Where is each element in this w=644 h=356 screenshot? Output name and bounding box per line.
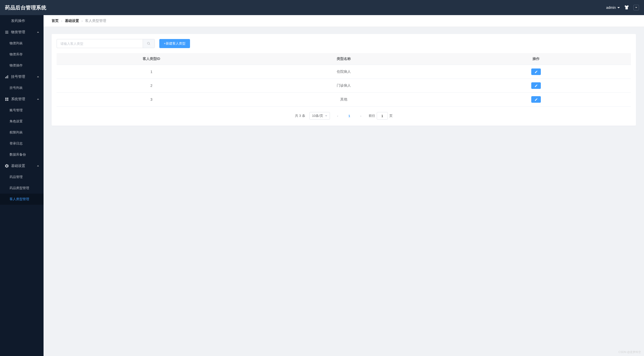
edit-button[interactable] <box>531 82 541 89</box>
sidebar-label: 物资库存 <box>10 52 23 57</box>
prev-page-button[interactable]: ‹ <box>334 112 342 120</box>
create-button[interactable]: +新建客人类型 <box>159 39 190 48</box>
search-icon <box>147 42 150 45</box>
content: +新建客人类型 客人类型ID 类型名称 操作 1住院病人2门诊病人3其他 共 3… <box>44 27 644 356</box>
sidebar-item[interactable]: 权限列表 <box>0 127 44 138</box>
next-page-button[interactable]: › <box>357 112 365 120</box>
sidebar-group[interactable]: 基础设置 <box>0 160 44 171</box>
page-number[interactable]: 1 <box>346 112 353 120</box>
sidebar-label: 药品类型管理 <box>10 186 29 190</box>
bars-icon <box>5 30 9 34</box>
breadcrumb-sep: › <box>61 19 62 23</box>
user-dropdown[interactable]: admin <box>606 6 620 10</box>
sidebar-label: 基础设置 <box>11 164 25 168</box>
sidebar-group[interactable]: 挂号管理 <box>0 71 44 82</box>
col-name: 类型名称 <box>246 53 441 65</box>
sidebar-item[interactable]: 发药操作 <box>0 15 44 26</box>
sidebar-item[interactable]: 物资操作 <box>0 60 44 71</box>
sidebar-group[interactable]: 物资管理 <box>0 26 44 38</box>
svg-rect-1 <box>5 32 8 32</box>
sidebar-item[interactable]: 药品管理 <box>0 171 44 183</box>
goto-input[interactable] <box>377 112 388 120</box>
sidebar-item[interactable]: 登录日志 <box>0 138 44 149</box>
col-ops: 操作 <box>441 53 631 65</box>
sidebar-label: 物资操作 <box>10 63 23 68</box>
svg-point-10 <box>147 42 149 44</box>
goto-page: 前往 页 <box>369 112 393 120</box>
sidebar-item[interactable]: 挂号列表 <box>0 82 44 93</box>
sidebar-item[interactable]: 客人类型管理 <box>0 194 44 205</box>
chevron-down-icon <box>635 7 637 8</box>
caret-down-icon <box>617 7 620 8</box>
toolbar: +新建客人类型 <box>57 39 631 48</box>
sidebar-label: 权限列表 <box>10 130 23 135</box>
grid-icon <box>5 97 9 101</box>
chevron-up-icon <box>37 31 39 33</box>
breadcrumb-item-current: 客人类型管理 <box>85 19 106 23</box>
topbar: 药品后台管理系统 admin <box>0 0 644 15</box>
search-input[interactable] <box>57 39 143 48</box>
sidebar: 发药操作物资管理物资列表物资库存物资操作挂号管理挂号列表系统管理账号管理角色设置… <box>0 15 44 356</box>
svg-rect-6 <box>5 97 7 99</box>
cell-id: 1 <box>57 65 246 79</box>
svg-rect-5 <box>8 75 8 78</box>
goto-suffix: 页 <box>389 114 393 118</box>
chevron-up-icon <box>37 165 39 166</box>
chevron-up-icon <box>37 98 39 100</box>
cell-name: 门诊病人 <box>246 79 441 93</box>
topbar-right: admin <box>606 5 639 11</box>
col-id: 客人类型ID <box>57 53 246 65</box>
svg-rect-8 <box>5 99 7 100</box>
sidebar-item[interactable]: 数据库备份 <box>0 149 44 160</box>
sidebar-label: 客人类型管理 <box>10 197 29 201</box>
search-box <box>57 39 155 48</box>
pagination-total: 共 3 条 <box>295 114 305 118</box>
svg-rect-3 <box>5 77 6 78</box>
sidebar-label: 数据库备份 <box>10 152 26 157</box>
sidebar-label: 角色设置 <box>10 119 23 124</box>
sidebar-item[interactable]: 药品类型管理 <box>0 183 44 194</box>
cell-name: 其他 <box>246 93 441 106</box>
main: 首页 › 基础设置 › 客人类型管理 +新建客人类型 <box>44 15 644 356</box>
sidebar-item[interactable]: 账号管理 <box>0 105 44 116</box>
pagination: 共 3 条 10条/页 ‹ 1 › 前往 页 <box>57 112 631 120</box>
sidebar-label: 发药操作 <box>11 19 25 23</box>
svg-rect-2 <box>5 33 8 33</box>
breadcrumb: 首页 › 基础设置 › 客人类型管理 <box>44 15 644 27</box>
sidebar-item[interactable]: 物资列表 <box>0 38 44 49</box>
page-size-select[interactable]: 10条/页 <box>309 112 330 120</box>
pencil-icon <box>535 98 538 101</box>
pencil-icon <box>535 84 538 87</box>
pencil-icon <box>535 70 538 74</box>
table-row: 2门诊病人 <box>57 79 631 93</box>
edit-button[interactable] <box>531 96 541 103</box>
search-button[interactable] <box>143 39 155 48</box>
breadcrumb-item[interactable]: 基础设置 <box>65 19 79 23</box>
chevron-down-icon <box>325 115 327 117</box>
sidebar-label: 物资管理 <box>11 30 25 34</box>
sidebar-group[interactable]: 系统管理 <box>0 93 44 105</box>
breadcrumb-item[interactable]: 首页 <box>52 19 59 23</box>
topbar-menu-button[interactable] <box>633 5 639 10</box>
gear-icon <box>5 164 9 168</box>
cell-ops <box>441 65 631 79</box>
edit-button[interactable] <box>531 68 541 75</box>
breadcrumb-sep: › <box>82 19 83 23</box>
theme-icon[interactable] <box>624 5 629 11</box>
sidebar-label: 挂号管理 <box>11 75 25 79</box>
data-table: 客人类型ID 类型名称 操作 1住院病人2门诊病人3其他 <box>57 53 631 106</box>
cell-ops <box>441 79 631 93</box>
svg-line-11 <box>149 44 150 45</box>
svg-rect-7 <box>7 97 8 99</box>
svg-rect-9 <box>7 99 8 100</box>
sidebar-label: 药品管理 <box>10 175 23 179</box>
cell-id: 3 <box>57 93 246 106</box>
cell-ops <box>441 93 631 106</box>
cell-name: 住院病人 <box>246 65 441 79</box>
goto-prefix: 前往 <box>369 114 375 118</box>
sidebar-item[interactable]: 物资库存 <box>0 49 44 60</box>
user-name: admin <box>606 6 616 10</box>
sidebar-label: 挂号列表 <box>10 86 23 90</box>
sidebar-label: 登录日志 <box>10 141 23 146</box>
sidebar-item[interactable]: 角色设置 <box>0 116 44 127</box>
